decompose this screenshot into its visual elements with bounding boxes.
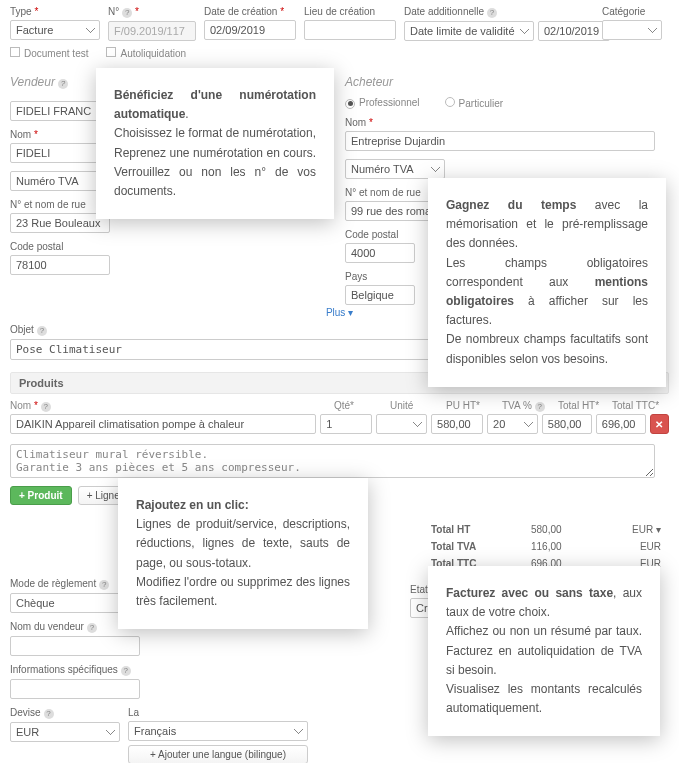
info-input[interactable]: [10, 679, 140, 699]
vendeur-cp-label: Code postal: [10, 241, 110, 252]
help-icon[interactable]: ?: [87, 623, 97, 633]
product-row: 20 ✕: [0, 414, 679, 438]
vendeur-rue-input[interactable]: [10, 213, 110, 233]
delete-row-button[interactable]: ✕: [650, 414, 669, 434]
help-icon[interactable]: ?: [99, 580, 109, 590]
date-add-type-select[interactable]: Date limite de validité: [404, 21, 534, 41]
acheteur-title: Acheteur: [345, 75, 660, 89]
popup-tax: Facturez avec ou sans taxe, aux taux de …: [428, 566, 660, 736]
vendeur-company-select[interactable]: FIDELI FRANCE: [10, 101, 110, 121]
prod-qte-input[interactable]: [320, 414, 372, 434]
autoliq-checkbox[interactable]: Autoliquidation: [106, 47, 186, 59]
radio-pro[interactable]: Professionnel: [345, 97, 420, 109]
acheteur-pays-label: Pays: [345, 271, 415, 282]
lieu-input[interactable]: [304, 20, 396, 40]
no-label: N°?: [108, 6, 196, 18]
acheteur-cp-label: Code postal: [345, 229, 415, 240]
vendeur-cp-input[interactable]: [10, 255, 110, 275]
prod-unite-select[interactable]: [376, 414, 427, 434]
type-label: Type: [10, 6, 100, 17]
date-creation-input[interactable]: [204, 20, 296, 40]
help-icon[interactable]: ?: [37, 326, 47, 336]
acheteur-pays-input[interactable]: [345, 285, 415, 305]
info-label: Informations spécifiques?: [10, 664, 140, 676]
prod-tva-select[interactable]: 20: [487, 414, 538, 434]
date-creation-label: Date de création: [204, 6, 296, 17]
prod-totttc-input[interactable]: [596, 414, 646, 434]
add-product-button[interactable]: + Produit: [10, 486, 72, 505]
prod-totht-input[interactable]: [542, 414, 592, 434]
doc-test-checkbox[interactable]: Document test: [10, 47, 88, 59]
totals-block: Total HT580,00EUR ▾ Total TVA116,00EUR T…: [419, 521, 679, 572]
date-add-input[interactable]: [538, 21, 610, 41]
lieu-label: Lieu de création: [304, 6, 396, 17]
devise-select[interactable]: EUR: [10, 722, 120, 742]
devise-label: Devise?: [10, 707, 120, 719]
popup-lines: Rajoutez en un clic:Lignes de produit/se…: [118, 478, 368, 629]
vendeur-tva-select[interactable]: Numéro TVA: [10, 171, 110, 191]
cat-select[interactable]: [602, 20, 662, 40]
acheteur-nom-input[interactable]: [345, 131, 655, 151]
lang-select[interactable]: Français: [128, 721, 308, 741]
vendeur-nom-label: Nom: [10, 129, 110, 140]
prod-nom-input[interactable]: [10, 414, 316, 434]
nomvendeur-input[interactable]: [10, 636, 140, 656]
date-add-label: Date additionnelle?: [404, 6, 594, 18]
add-lang-button[interactable]: + Ajouter une langue (bilingue): [128, 745, 308, 763]
cat-label: Catégorie: [602, 6, 662, 17]
help-icon[interactable]: ?: [41, 402, 51, 412]
type-select[interactable]: Facture: [10, 20, 100, 40]
vendeur-nom-input[interactable]: [10, 143, 110, 163]
help-icon[interactable]: ?: [535, 402, 545, 412]
acheteur-cp-input[interactable]: [345, 243, 415, 263]
help-icon[interactable]: ?: [487, 8, 497, 18]
help-icon[interactable]: ?: [44, 709, 54, 719]
popup-numbering: Bénéficiez d'une numérotation automatiqu…: [96, 68, 334, 219]
popup-fields: Gagnez du temps avec la mémorisation et …: [428, 178, 666, 387]
vendeur-rue-label: N° et nom de rue: [10, 199, 110, 210]
acheteur-nom-label: Nom: [345, 117, 655, 128]
prod-desc-textarea[interactable]: Climatiseur mural réversible. Garantie 3…: [10, 444, 655, 478]
no-input[interactable]: [108, 21, 196, 41]
prod-puht-input[interactable]: [431, 414, 483, 434]
acheteur-tva-select[interactable]: Numéro TVA: [345, 159, 445, 179]
help-icon[interactable]: ?: [122, 8, 132, 18]
help-icon[interactable]: ?: [58, 79, 68, 89]
radio-part[interactable]: Particulier: [445, 97, 503, 109]
lang-label: La: [128, 707, 308, 718]
help-icon[interactable]: ?: [121, 666, 131, 676]
